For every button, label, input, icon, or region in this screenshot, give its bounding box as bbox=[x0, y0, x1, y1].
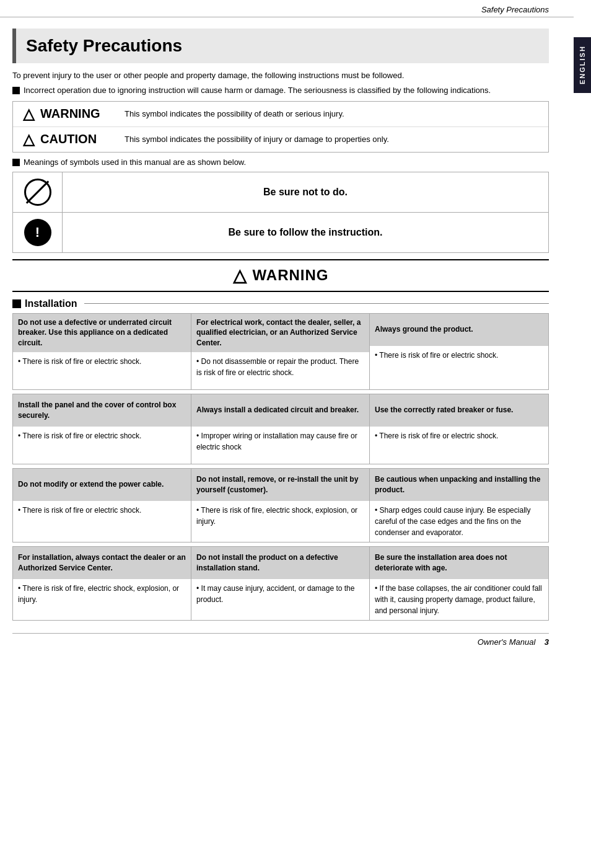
install-header-4-1: For installation, always contact the dea… bbox=[13, 547, 191, 579]
install-body-text-1-3: There is risk of fire or electric shock. bbox=[375, 351, 498, 360]
install-header-3-3: Be cautious when unpacking and installin… bbox=[370, 469, 548, 501]
install-body-text-4-1: There is risk of fire, electric shock, e… bbox=[18, 584, 179, 604]
caution-desc: This symbol indicates the possibility of… bbox=[125, 135, 389, 144]
section-square-icon bbox=[12, 299, 21, 308]
warning-banner: △ WARNING bbox=[12, 259, 549, 292]
main-content: Safety Precautions To prevent injury to … bbox=[0, 17, 574, 665]
install-cell-3-3: Be cautious when unpacking and installin… bbox=[370, 469, 548, 542]
install-cell-2-1: Install the panel and the cover of contr… bbox=[13, 394, 191, 464]
follow-row: ! Be sure to follow the instruction. bbox=[13, 213, 548, 252]
install-body-2-1: There is risk of fire or electric shock. bbox=[13, 427, 191, 464]
caution-triangle-icon: △ bbox=[19, 131, 38, 148]
install-body-text-2-3: There is risk of fire or electric shock. bbox=[375, 432, 498, 440]
install-cell-1-1: Do not use a defective or underrated cir… bbox=[13, 314, 191, 389]
install-body-text-3-1: There is risk of fire or electric shock. bbox=[18, 506, 141, 515]
install-row-3: Do not modify or extend the power cable.… bbox=[12, 468, 549, 542]
install-header-1-2: For electrical work, contact the dealer,… bbox=[191, 314, 369, 352]
install-cell-3-2: Do not install, remove, or re-install th… bbox=[191, 469, 370, 542]
install-cell-4-2: Do not install the product on a defectiv… bbox=[191, 547, 370, 620]
install-body-4-3: If the base collapses, the air condition… bbox=[370, 579, 548, 620]
install-cell-4-3: Be sure the installation area does not d… bbox=[370, 547, 548, 620]
install-body-text-3-2: There is risk of fire, electric shock, e… bbox=[196, 506, 357, 526]
install-body-1-3: There is risk of fire or electric shock. bbox=[370, 346, 548, 383]
install-header-2-1: Install the panel and the cover of contr… bbox=[13, 394, 191, 427]
warning-banner-text: WARNING bbox=[253, 267, 329, 284]
install-body-text-3-3: Sharp edges could cause injury. Be espec… bbox=[375, 506, 530, 537]
install-body-1-1: There is risk of fire or electric shock. bbox=[13, 352, 191, 389]
symbols-bullet-icon bbox=[12, 159, 20, 166]
install-cell-4-1: For installation, always contact the dea… bbox=[13, 547, 191, 620]
symbol-table: Be sure not to do. ! Be sure to follow t… bbox=[12, 172, 549, 253]
install-header-3-1: Do not modify or extend the power cable. bbox=[13, 469, 191, 501]
caution-row: △ CAUTION This symbol indicates the poss… bbox=[13, 127, 548, 152]
install-body-2-2: Improper wiring or installation may caus… bbox=[191, 427, 369, 464]
no-do-label: Be sure not to do. bbox=[263, 187, 348, 198]
install-cell-1-2: For electrical work, contact the dealer,… bbox=[191, 314, 370, 389]
bullet-square-icon bbox=[12, 87, 20, 94]
install-body-3-3: Sharp edges could cause injury. Be espec… bbox=[370, 501, 548, 542]
install-body-2-3: There is risk of fire or electric shock. bbox=[370, 427, 548, 464]
intro-bullet-text: Incorrect operation due to ignoring inst… bbox=[24, 86, 491, 95]
intro-bullet: Incorrect operation due to ignoring inst… bbox=[12, 86, 549, 95]
page-footer: Owner's Manual 3 bbox=[12, 633, 549, 647]
follow-label: Be sure to follow the instruction. bbox=[229, 227, 383, 238]
install-header-2-3: Use the correctly rated breaker or fuse. bbox=[370, 394, 548, 427]
symbols-header-text: Meanings of symbols used in this manual … bbox=[24, 157, 246, 167]
installation-header: Installation bbox=[12, 298, 549, 309]
intro-text: To prevent injury to the user or other p… bbox=[12, 69, 549, 82]
install-header-1-3: Always ground the product. bbox=[370, 314, 548, 346]
caution-label: △ CAUTION bbox=[19, 131, 118, 148]
install-body-3-2: There is risk of fire, electric shock, e… bbox=[191, 501, 369, 538]
footer-page-number: 3 bbox=[545, 637, 549, 647]
install-body-4-2: It may cause injury, accident, or damage… bbox=[191, 579, 369, 616]
section-title: Installation bbox=[25, 298, 77, 309]
warning-banner-triangle: △ bbox=[233, 265, 247, 286]
install-body-text-2-1: There is risk of fire or electric shock. bbox=[18, 432, 141, 440]
language-tab: ENGLISH bbox=[574, 37, 591, 93]
warning-label: △ WARNING bbox=[19, 105, 118, 123]
install-row-2: Install the panel and the cover of contr… bbox=[12, 394, 549, 464]
install-header-4-3: Be sure the installation area does not d… bbox=[370, 547, 548, 579]
install-body-4-1: There is risk of fire, electric shock, e… bbox=[13, 579, 191, 616]
notice-box: △ WARNING This symbol indicates the poss… bbox=[12, 101, 549, 153]
page-header: Safety Precautions bbox=[0, 0, 574, 17]
install-body-text-4-3: If the base collapses, the air condition… bbox=[375, 584, 542, 615]
install-header-3-2: Do not install, remove, or re-install th… bbox=[191, 469, 369, 501]
install-header-4-2: Do not install the product on a defectiv… bbox=[191, 547, 369, 579]
footer-text: Owner's Manual 3 bbox=[478, 637, 549, 647]
install-cell-2-2: Always install a dedicated circuit and b… bbox=[191, 394, 370, 464]
title-block: Safety Precautions bbox=[12, 29, 549, 63]
warning-triangle-icon: △ bbox=[19, 105, 38, 123]
symbols-header: Meanings of symbols used in this manual … bbox=[12, 157, 549, 167]
install-cell-2-3: Use the correctly rated breaker or fuse.… bbox=[370, 394, 548, 464]
install-row-4: For installation, always contact the dea… bbox=[12, 546, 549, 621]
install-body-text-4-2: It may cause injury, accident, or damage… bbox=[196, 584, 354, 604]
install-body-text-1-1: There is risk of fire or electric shock. bbox=[18, 357, 141, 366]
install-body-3-1: There is risk of fire or electric shock. bbox=[13, 501, 191, 538]
language-tab-label: ENGLISH bbox=[579, 46, 586, 85]
follow-icon: ! bbox=[24, 219, 51, 246]
install-header-1-1: Do not use a defective or underrated cir… bbox=[13, 314, 191, 352]
warning-desc: This symbol indicates the possibility of… bbox=[125, 109, 344, 118]
install-cell-1-3: Always ground the product. There is risk… bbox=[370, 314, 548, 389]
no-do-icon-cell bbox=[13, 172, 63, 212]
page-title: Safety Precautions bbox=[26, 36, 539, 56]
no-do-row: Be sure not to do. bbox=[13, 172, 548, 213]
install-body-text-2-2: Improper wiring or installation may caus… bbox=[196, 432, 357, 451]
warning-text: WARNING bbox=[40, 107, 100, 121]
install-row-1: Do not use a defective or underrated cir… bbox=[12, 313, 549, 390]
follow-text: Be sure to follow the instruction. bbox=[63, 213, 548, 252]
footer-label: Owner's Manual bbox=[478, 637, 536, 647]
follow-icon-cell: ! bbox=[13, 213, 63, 252]
install-header-2-2: Always install a dedicated circuit and b… bbox=[191, 394, 369, 427]
header-title: Safety Precautions bbox=[481, 5, 549, 14]
no-do-icon bbox=[24, 179, 51, 206]
no-do-text: Be sure not to do. bbox=[63, 172, 548, 212]
install-body-text-1-2: Do not disassemble or repair the product… bbox=[196, 357, 359, 377]
caution-text: CAUTION bbox=[40, 132, 97, 146]
warning-row: △ WARNING This symbol indicates the poss… bbox=[13, 102, 548, 127]
install-body-1-2: Do not disassemble or repair the product… bbox=[191, 352, 369, 389]
install-cell-3-1: Do not modify or extend the power cable.… bbox=[13, 469, 191, 542]
